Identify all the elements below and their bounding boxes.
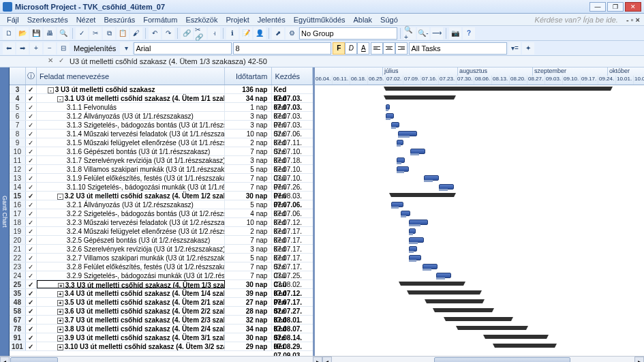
duration-cell[interactable]: 5 nap [225, 165, 273, 173]
copy-icon[interactable]: ⧉ [103, 27, 115, 40]
row-id[interactable]: 13 [10, 174, 26, 182]
row-id[interactable]: 7 [10, 121, 26, 129]
menu-edit[interactable]: Szerkesztés [23, 16, 72, 24]
start-cell[interactable]: Pén 07.07.27. [272, 298, 313, 306]
task-name-cell[interactable]: 3.1.8 Villamos szakipari munkák (U3 út 1… [37, 165, 225, 173]
start-cell[interactable]: Sze 07.08.29. [272, 333, 313, 342]
row-id[interactable]: 48 [10, 298, 26, 306]
table-row[interactable]: 16✓3.2.1 Állványozás (U3 út 1/2.részszak… [10, 200, 313, 209]
edit-cancel-icon[interactable]: ✕ [48, 57, 57, 66]
options-icon[interactable]: ⚙ [286, 27, 298, 40]
start-cell[interactable]: Ked 07.07.17. [272, 218, 313, 226]
start-cell[interactable]: Ked 07.07.17. [272, 236, 313, 244]
duration-cell[interactable]: 34 nap [225, 94, 273, 102]
task-name-cell[interactable]: 3.1.10 Szigetelés-, bádogozási munkák (U… [37, 183, 225, 191]
duration-cell[interactable]: 10 nap [225, 130, 273, 138]
duration-cell[interactable]: 3 nap [225, 245, 273, 253]
task-name-cell[interactable]: 3.1.3 Szigetelés-, bádogozás bontás (U3 … [37, 121, 225, 129]
row-id[interactable]: 25 [10, 280, 26, 288]
scroll-left-button[interactable]: ◂ [0, 357, 10, 362]
row-id[interactable]: 101 [10, 342, 26, 350]
row-id[interactable]: 14 [10, 183, 26, 191]
duration-cell[interactable]: 30 nap [225, 192, 273, 200]
start-cell[interactable]: Pén 07.07.06. [272, 200, 313, 209]
row-id[interactable]: 11 [10, 156, 26, 164]
close-button[interactable]: ✕ [625, 2, 641, 12]
tree-toggle-icon[interactable]: - [57, 194, 63, 200]
duration-cell[interactable]: 5 nap [225, 254, 273, 262]
task-name-cell[interactable]: 3.2.7 Villamos szakipari munkák (U3 út 1… [37, 254, 225, 262]
task-name-cell[interactable]: 3.2.9 Szigetelés-, bádogozási munkák (U3… [37, 271, 225, 280]
notes-icon[interactable]: 📝 [240, 27, 252, 40]
fontsize-selector[interactable] [233, 42, 331, 55]
tree-toggle-icon[interactable]: + [57, 291, 63, 297]
undo-icon[interactable]: ↶ [149, 27, 161, 40]
table-row[interactable]: 91✓+3.9 U3 út melletti csőhíd szakasz (4… [10, 333, 313, 342]
tree-toggle-icon[interactable]: + [58, 283, 64, 288]
font-selector[interactable] [134, 42, 232, 55]
align-left-button[interactable] [371, 42, 383, 55]
menu-project[interactable]: Projekt [221, 16, 253, 24]
row-id[interactable]: 23 [10, 262, 26, 271]
table-row[interactable]: 4✓-3.1 U3 út melletti csőhíd szakasz (4.… [10, 94, 313, 103]
start-cell[interactable]: Ked 07.07.12. [272, 209, 313, 217]
row-id[interactable]: 78 [10, 325, 26, 333]
start-cell[interactable]: Ked 07.08.14. [272, 325, 313, 333]
align-right-button[interactable] [395, 42, 408, 55]
start-cell[interactable]: Ked 07.07.03. [272, 103, 313, 111]
start-cell[interactable]: Ked 07.07.03. [272, 112, 313, 120]
task-name-cell[interactable]: 3.2.4 Műszaki felügyelet ellenőrzése (U3… [37, 227, 225, 235]
start-cell[interactable]: Sze 07.07.18. [272, 147, 313, 155]
table-row[interactable]: 9✓3.1.5 Műszaki felügyelet ellenőrzése (… [10, 138, 313, 147]
table-row[interactable]: 48✓+3.5 U3 út melletti csőhíd szakasz (4… [10, 298, 313, 307]
start-cell[interactable]: Ked 07.07.03. [272, 85, 313, 93]
table-row[interactable]: 23✓3.2.8 Felület előkészítés, festés (U3… [10, 262, 313, 271]
row-id[interactable]: 3 [10, 85, 26, 93]
menu-file[interactable]: Fájl [3, 16, 23, 24]
row-id[interactable]: 58 [10, 307, 26, 315]
start-cell[interactable]: Csü 07.07.26. [272, 174, 313, 182]
tree-toggle-icon[interactable]: + [57, 335, 63, 342]
align-center-button[interactable] [383, 42, 395, 55]
table-row[interactable]: 17✓3.2.2 Szigetelés-, bádogozás bontás (… [10, 209, 313, 218]
start-cell[interactable]: Sze 07.07.11. [272, 130, 313, 138]
outdent-icon[interactable]: ⬅ [3, 42, 15, 55]
doc-close-button[interactable]: - ▫ × [622, 16, 644, 24]
gantt-scroll-right-button[interactable]: ▸ [634, 357, 644, 362]
summary-bar[interactable] [458, 326, 526, 330]
summary-bar[interactable] [401, 282, 463, 286]
table-row[interactable]: 35✓+3.4 U3 út melletti csőhíd szakasz (4… [10, 289, 313, 298]
table-row[interactable]: 15✓-3.2 U3 út melletti csőhíd szakasz (4… [10, 192, 313, 200]
zoom-in-icon[interactable]: 🔍+ [403, 27, 416, 40]
print-icon[interactable]: 🖶 [44, 27, 56, 40]
table-row[interactable]: 13✓3.1.9 Felület előkészítés, festés (U3… [10, 174, 313, 183]
start-cell[interactable]: Ked 07.07.10. [272, 165, 313, 173]
duration-cell[interactable]: 2 nap [225, 227, 273, 235]
assign-icon[interactable]: 👤 [254, 27, 266, 40]
summary-bar[interactable] [409, 290, 480, 295]
tree-toggle-icon[interactable]: + [57, 300, 63, 306]
duration-cell[interactable]: 7 nap [225, 271, 273, 280]
menu-help[interactable]: Súgó [376, 16, 402, 24]
tree-toggle-icon[interactable]: + [57, 309, 63, 315]
duration-cell[interactable]: 30 nap [225, 333, 273, 342]
task-name-cell[interactable]: +3.7 U3 út melletti csőhíd szakasz (4. Ü… [37, 316, 225, 324]
row-id[interactable]: 17 [10, 209, 26, 217]
table-row[interactable]: 8✓3.1.4 Műszaki tervezési feladatok (U3 … [10, 130, 313, 138]
zoom-out-icon[interactable]: 🔍- [417, 27, 429, 40]
task-name-cell[interactable]: 3.1.7 Szerelvények revíziója (U3 út 1/1.… [37, 156, 225, 164]
task-name-cell[interactable]: +3.6 U3 út melletti csőhíd szakasz (4. Ü… [37, 307, 225, 315]
col-id[interactable] [10, 67, 26, 85]
menu-insert[interactable]: Beszúrás [99, 16, 139, 24]
start-cell[interactable]: Ked 07.07.10. [272, 138, 313, 147]
table-row[interactable]: 5✓3.1.1 Felvonulás1 napKed 07.07.03. [10, 103, 313, 112]
group-selector[interactable] [299, 27, 397, 40]
start-cell[interactable]: Csü 07.08.02. [272, 271, 313, 280]
task-name-cell[interactable]: 3.2.5 Gépészeti bontás (U3 út 1/2.részsz… [37, 236, 225, 244]
duration-cell[interactable]: 136 nap [225, 85, 273, 93]
task-name-cell[interactable]: +3.5 U3 út melletti csőhíd szakasz (4. Ü… [37, 298, 225, 306]
row-id[interactable]: 10 [10, 147, 26, 155]
summary-bar[interactable] [435, 308, 492, 312]
summary-bar[interactable] [427, 299, 482, 303]
table-scroll-thumb[interactable] [10, 357, 58, 362]
